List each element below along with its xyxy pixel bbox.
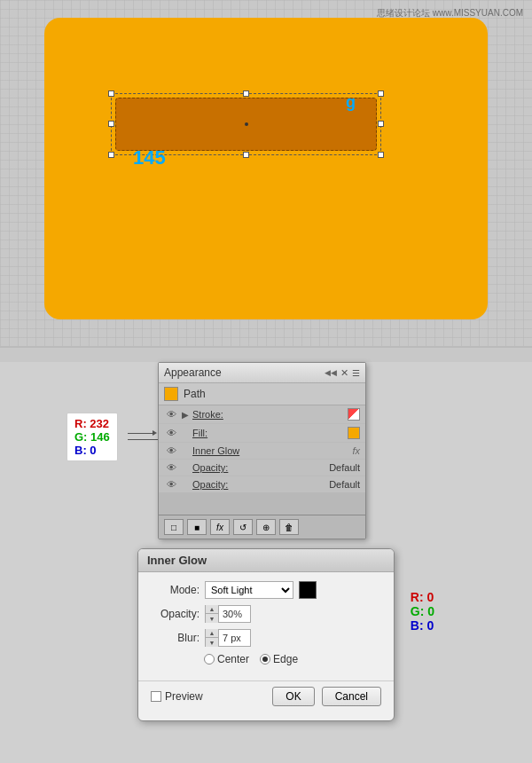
blur-down[interactable]: ▼ — [206, 638, 218, 647]
opacity-down[interactable]: ▼ — [206, 614, 218, 623]
toolbar-fx-btn[interactable]: fx — [210, 519, 230, 535]
ok-button[interactable]: OK — [272, 687, 314, 706]
red-value-left: R: 232 — [74, 417, 110, 430]
fx-label: fx — [352, 445, 360, 456]
inner-glow-label[interactable]: Inner Glow — [192, 445, 348, 456]
path-header: Path — [159, 383, 365, 405]
handle-tl[interactable] — [108, 90, 114, 97]
blur-stepper[interactable]: ▲ ▼ 7 px — [205, 629, 251, 647]
fill-label[interactable]: Fill: — [192, 428, 344, 438]
blur-up[interactable]: ▲ — [206, 629, 218, 638]
toolbar-filled-btn[interactable]: ■ — [187, 519, 207, 535]
anchor-icon: g — [346, 93, 356, 112]
fill-eye-icon[interactable]: 👁 — [164, 428, 178, 438]
orange-card — [44, 18, 488, 319]
handle-bm[interactable] — [243, 152, 249, 158]
stroke-label[interactable]: Stroke: — [192, 409, 344, 420]
handle-mr[interactable] — [378, 121, 384, 127]
color-values-left: R: 232 G: 146 B: 0 — [66, 413, 118, 461]
toolbar-square-btn[interactable]: □ — [164, 519, 184, 535]
center-radio[interactable]: Center — [204, 653, 249, 665]
opacity-value-1: Default — [329, 462, 360, 473]
dialog-title: Inner Glow — [147, 554, 207, 567]
menu-icon[interactable]: ☰ — [352, 368, 360, 378]
opacity-row-1: 👁 ▶ Opacity: Default — [159, 460, 365, 476]
opacity-arrows[interactable]: ▲ ▼ — [206, 605, 219, 623]
blue-value-left: B: 0 — [74, 444, 110, 457]
radio-group: Center Edge — [204, 653, 381, 665]
edge-radio[interactable]: Edge — [260, 653, 298, 665]
dimension-label: 145 — [133, 146, 166, 169]
separator — [0, 346, 532, 362]
opacity-label-2[interactable]: Opacity: — [192, 479, 325, 490]
toolbar-duplicate-btn[interactable]: ⊕ — [256, 519, 276, 535]
panel-title: Appearance — [164, 366, 222, 379]
close-icon[interactable]: ✕ — [340, 367, 348, 379]
mode-select[interactable]: Soft Light — [205, 581, 293, 599]
mode-row: Mode: Soft Light — [151, 581, 381, 599]
opacity-value-2: Default — [329, 479, 360, 490]
opacity-row: Opacity: ▲ ▼ 30% — [151, 605, 381, 623]
handle-ml[interactable] — [108, 121, 114, 127]
blur-value: 7 px — [219, 633, 250, 643]
stroke-eye-icon[interactable]: 👁 — [164, 409, 178, 420]
handle-tr[interactable] — [378, 90, 384, 97]
opacity-eye-icon-2[interactable]: 👁 — [164, 479, 178, 490]
dialog-footer: Preview OK Cancel — [138, 680, 394, 712]
edge-radio-btn[interactable] — [260, 654, 270, 665]
inner-glow-row: 👁 ▶ Inner Glow fx — [159, 443, 365, 460]
handle-tm[interactable] — [243, 90, 249, 97]
canvas-area: 145 g 思绪设计论坛 www.MISSYUAN.COM — [0, 0, 532, 346]
preview-label: Preview — [165, 690, 203, 703]
toolbar-delete-btn[interactable]: 🗑 — [279, 519, 299, 535]
path-label: Path — [184, 388, 206, 400]
inner-rectangle[interactable] — [115, 98, 377, 151]
panel-controls: ◀◀ ✕ ☰ — [325, 367, 360, 379]
panel-titlebar: Appearance ◀◀ ✕ ☰ — [159, 363, 365, 383]
handle-br[interactable] — [378, 152, 384, 158]
opacity-up[interactable]: ▲ — [206, 605, 218, 614]
opacity-eye-icon-1[interactable]: 👁 — [164, 462, 178, 473]
blur-label: Blur: — [151, 632, 200, 644]
opacity-stepper[interactable]: ▲ ▼ 30% — [205, 605, 251, 623]
toolbar-refresh-btn[interactable]: ↺ — [233, 519, 253, 535]
opacity-label-1[interactable]: Opacity: — [192, 462, 325, 473]
center-radio-btn[interactable] — [204, 654, 215, 665]
watermark: 思绪设计论坛 www.MISSYUAN.COM — [377, 7, 523, 20]
center-label: Center — [217, 653, 249, 665]
appearance-panel: Appearance ◀◀ ✕ ☰ Path 👁 ▶ Stroke: 👁 ▶ F… — [158, 362, 366, 539]
blur-arrows[interactable]: ▲ ▼ — [206, 629, 219, 647]
center-dot — [245, 122, 248, 126]
color-values-right: R: 0 G: 0 B: 0 — [411, 590, 434, 633]
inner-glow-dialog: Inner Glow Mode: Soft Light Opacity: ▲ ▼… — [137, 548, 395, 721]
red-value-right: R: 0 — [411, 590, 434, 604]
green-value-right: G: 0 — [411, 604, 434, 618]
preview-checkbox[interactable] — [151, 691, 161, 702]
dialog-titlebar: Inner Glow — [138, 549, 394, 572]
fill-pointer — [128, 430, 157, 436]
cancel-button[interactable]: Cancel — [322, 687, 381, 706]
edge-label: Edge — [273, 653, 298, 665]
inner-glow-eye-icon[interactable]: 👁 — [164, 445, 178, 456]
panel-toolbar: □ ■ fx ↺ ⊕ 🗑 — [159, 515, 365, 539]
handle-bl[interactable] — [108, 152, 114, 158]
glow-color-swatch[interactable] — [299, 581, 317, 599]
mode-label: Mode: — [151, 584, 200, 596]
opacity-value: 30% — [219, 609, 250, 619]
opacity-label: Opacity: — [151, 608, 200, 620]
dialog-body: Mode: Soft Light Opacity: ▲ ▼ 30% Blur: … — [138, 572, 394, 680]
collapse-icon[interactable]: ◀◀ — [325, 368, 337, 377]
opacity-row-2: 👁 ▶ Opacity: Default — [159, 476, 365, 492]
stroke-color-box[interactable] — [348, 408, 360, 421]
blur-row: Blur: ▲ ▼ 7 px — [151, 629, 381, 647]
stroke-row: 👁 ▶ Stroke: — [159, 405, 365, 424]
path-color-icon[interactable] — [164, 387, 178, 401]
green-value-left: G: 146 — [74, 430, 110, 444]
preview-check[interactable]: Preview — [151, 690, 203, 703]
blue-value-right: B: 0 — [411, 618, 434, 633]
fill-color-box[interactable] — [348, 427, 360, 439]
fill-row: 👁 ▶ Fill: — [159, 424, 365, 443]
